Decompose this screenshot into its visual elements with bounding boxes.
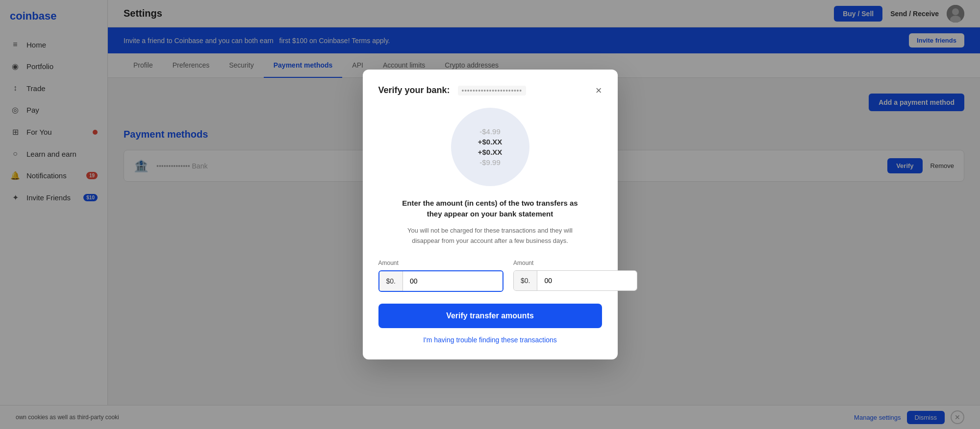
vis-amount-1: -$4.99 bbox=[479, 127, 501, 136]
amount-input-2[interactable] bbox=[537, 271, 637, 290]
modal-bank-name-masked: •••••••••••••••••••••• bbox=[458, 86, 526, 95]
verify-transfer-button[interactable]: Verify transfer amounts bbox=[378, 304, 602, 328]
trouble-link[interactable]: I'm having trouble finding these transac… bbox=[378, 336, 602, 344]
modal-note: You will not be charged for these transa… bbox=[378, 226, 602, 246]
verify-bank-modal: Verify your bank: ••••••••••••••••••••••… bbox=[363, 70, 618, 360]
amounts-row: Amount $0. Amount $0. bbox=[378, 260, 602, 292]
amount-prefix-1: $0. bbox=[379, 271, 403, 291]
modal-close-button[interactable]: × bbox=[596, 85, 602, 96]
amount-input-row-2: $0. bbox=[513, 270, 637, 291]
amount-label-1: Amount bbox=[378, 260, 503, 266]
modal-header: Verify your bank: ••••••••••••••••••••••… bbox=[378, 85, 602, 96]
bank-circle-visualization: -$4.99 +$0.XX +$0.XX -$9.99 bbox=[451, 108, 529, 186]
modal-title: Verify your bank: bbox=[378, 85, 450, 95]
app-wrapper: coinbase ≡ Home ◉ Portfolio ↕ Trade ◎ Pa… bbox=[0, 0, 980, 429]
amount-group-2: Amount $0. bbox=[513, 260, 637, 292]
amount-label-2: Amount bbox=[513, 260, 637, 266]
modal-instructions: Enter the amount (in cents) of the two t… bbox=[378, 198, 602, 220]
modal-overlay: Verify your bank: ••••••••••••••••••••••… bbox=[0, 0, 980, 429]
amount-group-1: Amount $0. bbox=[378, 260, 503, 292]
vis-amount-3: +$0.XX bbox=[478, 148, 503, 156]
vis-amount-4: -$9.99 bbox=[479, 158, 501, 167]
amount-input-1[interactable] bbox=[403, 271, 503, 291]
vis-amount-2: +$0.XX bbox=[478, 138, 503, 146]
amount-prefix-2: $0. bbox=[514, 271, 537, 290]
amount-input-row-1: $0. bbox=[378, 270, 503, 292]
